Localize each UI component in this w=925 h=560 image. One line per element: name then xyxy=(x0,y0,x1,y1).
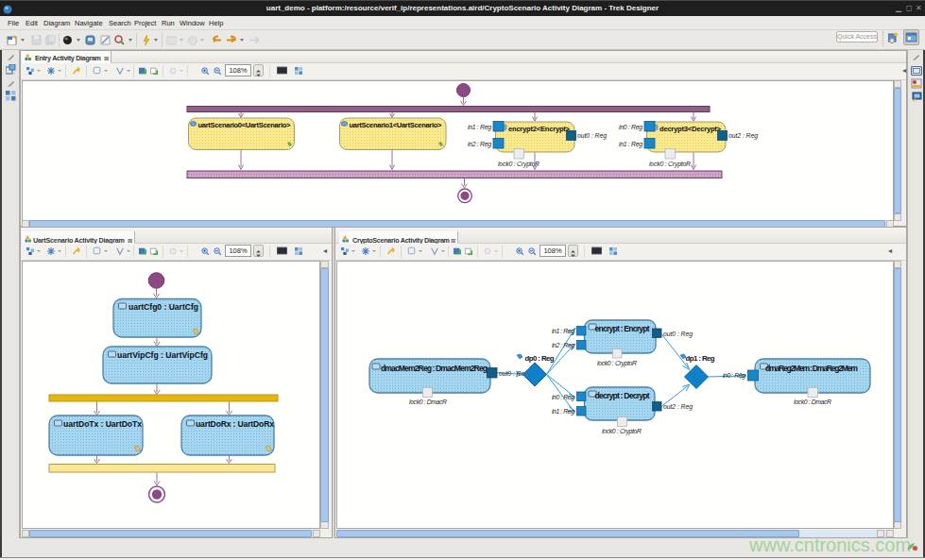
svg-text:encrypt : Encrypt: encrypt : Encrypt xyxy=(595,324,650,333)
svg-text:dmaReg2Mem : DmaReg2Mem: dmaReg2Mem : DmaReg2Mem xyxy=(765,364,858,373)
svg-text:lock0 : CryptoR: lock0 : CryptoR xyxy=(602,428,642,435)
svg-text:encrypt2<Encrypt>: encrypt2<Encrypt> xyxy=(508,125,571,133)
svg-text:lock0 : DmacR: lock0 : DmacR xyxy=(409,399,447,405)
svg-text:⊠: ⊠ xyxy=(451,237,455,244)
svg-text:in2 : Reg: in2 : Reg xyxy=(552,342,574,349)
svg-text:lock0 : CryptoR: lock0 : CryptoR xyxy=(649,161,691,168)
svg-text:out2 : Reg: out2 : Reg xyxy=(663,403,693,411)
svg-text:out0 : Reg: out0 : Reg xyxy=(577,132,607,140)
svg-text:uartDoTx : UartDoTx: uartDoTx : UartDoTx xyxy=(63,419,142,429)
svg-text:lock0 : DmacR: lock0 : DmacR xyxy=(794,399,831,405)
svg-text:uartDoRx : UartDoRx: uartDoRx : UartDoRx xyxy=(196,419,274,429)
svg-text:uartCfg0 : UartCfg: uartCfg0 : UartCfg xyxy=(128,302,198,312)
svg-text:Entry Activity Diagram: Entry Activity Diagram xyxy=(35,54,101,62)
svg-text:dmacMem2Reg : DmacMem2Reg: dmacMem2Reg : DmacMem2Reg xyxy=(381,364,488,373)
svg-text:in0 : Reg: in0 : Reg xyxy=(552,394,574,401)
svg-text:in1 : Reg: in1 : Reg xyxy=(552,328,574,335)
svg-text:out2 : Reg: out2 : Reg xyxy=(728,132,758,140)
svg-text:decrypt : Decrypt: decrypt : Decrypt xyxy=(595,391,650,400)
svg-text:out0 : Reg: out0 : Reg xyxy=(663,331,693,338)
svg-text:uartScenario1<UartScenario>: uartScenario1<UartScenario> xyxy=(350,121,443,129)
svg-text:⊠: ⊠ xyxy=(104,55,109,61)
svg-text:dp0 : Reg: dp0 : Reg xyxy=(525,354,555,363)
svg-text:in1 : Reg: in1 : Reg xyxy=(468,124,491,131)
svg-text:⊠: ⊠ xyxy=(128,237,132,244)
svg-text:decrypt3<Decrypt>: decrypt3<Decrypt> xyxy=(659,125,722,133)
svg-text:in1 : Reg: in1 : Reg xyxy=(619,141,642,148)
svg-text:uartVipCfg : UartVipCfg: uartVipCfg : UartVipCfg xyxy=(117,350,208,360)
svg-text:in2 : Reg: in2 : Reg xyxy=(468,141,491,148)
svg-text:uartScenario0<UartScenario>: uartScenario0<UartScenario> xyxy=(198,121,292,129)
svg-text:dp1 : Reg: dp1 : Reg xyxy=(686,354,715,363)
svg-text:in1 : Reg: in1 : Reg xyxy=(552,408,574,416)
svg-text:lock0 : CryptoR: lock0 : CryptoR xyxy=(597,360,637,367)
svg-text:in0 : Reg: in0 : Reg xyxy=(723,372,745,380)
svg-text:in0 : Reg: in0 : Reg xyxy=(619,124,642,131)
